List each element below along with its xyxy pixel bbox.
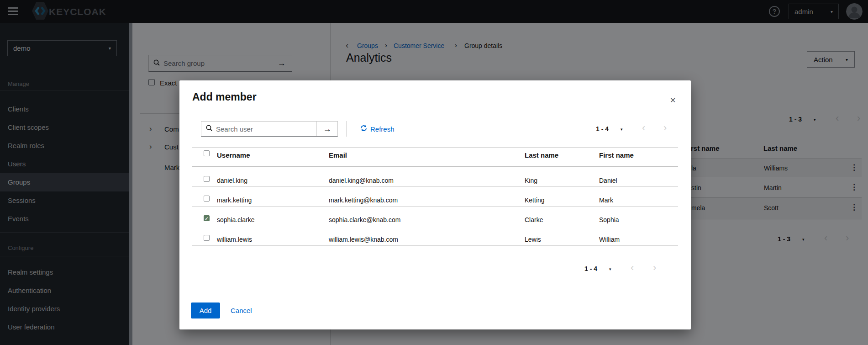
col-email: Email xyxy=(329,151,347,159)
user-search-submit-button[interactable]: → xyxy=(316,122,337,136)
divider xyxy=(192,186,678,187)
cell-first-name: Sophia xyxy=(599,216,619,223)
cell-username: william.lewis xyxy=(217,236,252,243)
chevron-down-icon: ▾ xyxy=(621,127,623,132)
divider xyxy=(192,226,678,226)
refresh-icon xyxy=(360,125,367,133)
close-icon[interactable]: ✕ xyxy=(668,94,678,106)
cell-last-name: Lewis xyxy=(525,236,541,243)
cancel-button[interactable]: Cancel xyxy=(231,307,252,314)
col-username: Username xyxy=(217,151,250,159)
col-last-name: Last name xyxy=(525,151,558,159)
cell-first-name: William xyxy=(599,236,620,243)
select-all-checkbox[interactable] xyxy=(204,150,210,156)
row-checkbox[interactable] xyxy=(204,196,210,202)
refresh-label: Refresh xyxy=(370,125,395,133)
cell-username: daniel.king xyxy=(217,177,247,184)
cell-email: william.lewis@knab.com xyxy=(329,236,398,243)
col-first-name: First name xyxy=(599,151,634,159)
user-search-field[interactable] xyxy=(201,122,316,136)
cell-email: mark.ketting@knab.com xyxy=(329,196,398,204)
row-checkbox[interactable] xyxy=(204,235,210,241)
cell-username: sophia.clarke xyxy=(217,216,255,223)
divider xyxy=(192,206,678,207)
pagination-prev-icon[interactable]: ‹ xyxy=(631,263,634,273)
cell-last-name: King xyxy=(525,177,537,184)
cell-email: sophia.clarke@knab.com xyxy=(329,216,400,223)
divider xyxy=(192,245,678,246)
add-button[interactable]: Add xyxy=(191,303,220,318)
cell-email: daniel.king@knab.com xyxy=(329,177,394,184)
modal-pagination-range[interactable]: 1 - 4 xyxy=(596,125,609,133)
pagination-next-icon[interactable]: › xyxy=(663,123,667,133)
user-search-input[interactable] xyxy=(216,125,312,133)
add-member-modal: Add member ✕ → Refresh xyxy=(179,80,691,329)
user-search: → xyxy=(201,121,338,137)
row-checkbox[interactable] xyxy=(204,176,210,182)
cell-username: mark.ketting xyxy=(217,196,252,204)
modal-pagination-range-bottom[interactable]: 1 - 4 xyxy=(584,265,597,272)
divider xyxy=(192,166,678,167)
search-icon xyxy=(206,125,212,133)
divider xyxy=(192,147,678,148)
refresh-button[interactable]: Refresh xyxy=(360,125,395,133)
modal-title: Add member xyxy=(192,91,257,103)
cell-first-name: Daniel xyxy=(599,177,617,184)
pagination-next-icon[interactable]: › xyxy=(653,263,656,273)
chevron-down-icon: ▾ xyxy=(609,267,611,271)
toolbar-divider xyxy=(346,121,347,137)
pagination-prev-icon[interactable]: ‹ xyxy=(642,123,645,133)
row-checkbox[interactable]: ✓ xyxy=(204,215,210,221)
cell-last-name: Ketting xyxy=(525,196,545,204)
cell-last-name: Clarke xyxy=(525,216,543,223)
cell-first-name: Mark xyxy=(599,196,613,204)
keycloak-admin-screen: KEYCLOAK ? admin ▾ demo ▾ Manage Clients… xyxy=(0,0,868,345)
